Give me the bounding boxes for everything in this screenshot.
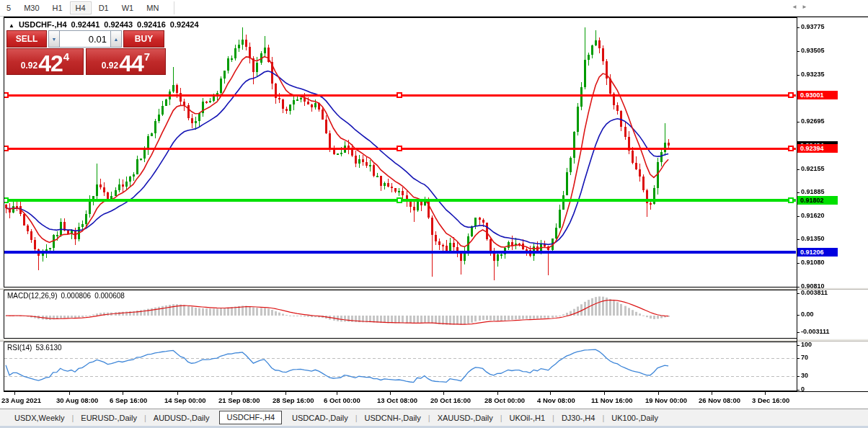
chart-tab-usdx-weekly[interactable]: USDX,Weekly xyxy=(7,411,71,425)
time-axis-label: 28 Sep 16:00 xyxy=(273,396,314,404)
price-tick-label: 0.91620 xyxy=(801,212,825,219)
macd-value-main: 0.000806 xyxy=(61,292,91,300)
time-axis-label: 6 Sep 16:00 xyxy=(110,396,147,404)
price-tick-label: 0.91080 xyxy=(801,259,825,266)
timeframe-button-d1[interactable]: D1 xyxy=(93,1,115,14)
macd-name: MACD(12,26,9) xyxy=(7,292,57,300)
ohlc-high: 0.92443 xyxy=(104,20,133,29)
time-axis-line xyxy=(4,391,868,392)
chart-tab-usdcad-daily[interactable]: USDCAD-,Daily xyxy=(285,411,355,425)
time-axis-label: 30 Aug 08:00 xyxy=(56,396,98,404)
chart-tab-xauusd-daily[interactable]: XAUUSD-,Daily xyxy=(430,411,500,425)
chart-symbol-label: USDCHF-,H4 xyxy=(19,20,67,29)
price-tick-label: 0.92425 xyxy=(801,141,825,148)
price-tick-label: 0.92695 xyxy=(801,117,825,125)
sell-price-big: 42 xyxy=(38,53,63,74)
price-tick-label: 0.92155 xyxy=(801,165,825,172)
toolbar-separator xyxy=(174,1,174,14)
buy-price-sup: 7 xyxy=(144,50,150,63)
macd-tick-label: -0.003111 xyxy=(801,328,830,335)
time-axis-label: 26 Nov 08:00 xyxy=(699,396,740,404)
chart-tab-ukoil-h1[interactable]: UKOil-,H1 xyxy=(502,411,553,425)
tab-scroll-arrows: ◄► xyxy=(792,4,812,10)
time-axis-label: 11 Nov 16:00 xyxy=(591,396,633,404)
price-tick-label: 0.92965 xyxy=(801,94,825,101)
price-tick-label: 0.93775 xyxy=(801,23,825,30)
chart-tab-audusd-daily[interactable]: AUDUSD-,Daily xyxy=(146,411,217,425)
macd-value-signal: 0.000608 xyxy=(94,292,125,300)
chart-tab-usdcnh-daily[interactable]: USDCNH-,Daily xyxy=(358,411,428,425)
hline-price-label: 0.93001 xyxy=(797,91,838,99)
time-axis-label: 21 Sep 08:00 xyxy=(218,396,260,404)
price-chart-pane: ▲USDCHF-,H40.924410.924430.924160.92424 … xyxy=(4,17,797,287)
panel-collapse-icon[interactable]: ▲ xyxy=(9,22,14,29)
rsi-tick-label: 100 xyxy=(801,341,812,348)
price-tick-label: 0.91885 xyxy=(801,188,825,195)
macd-label: MACD(12,26,9)0.0008060.000608 xyxy=(7,292,128,300)
rsi-canvas[interactable] xyxy=(4,342,796,391)
time-axis-label: 4 Nov 08:00 xyxy=(537,396,575,404)
timeframe-button-5[interactable]: 5 xyxy=(1,1,17,14)
time-axis-label: 28 Oct 00:00 xyxy=(484,396,525,404)
bid-price-label: 0.92424 xyxy=(797,141,838,150)
timeframe-toolbar: 5M30H1H4D1W1MN xyxy=(0,0,868,17)
chart-tab-usdchf-h4[interactable]: USDCHF-,H4 xyxy=(219,411,282,424)
time-tick xyxy=(285,392,286,395)
time-axis-label: 14 Sep 00:00 xyxy=(164,396,206,404)
chart-tab-bar: USDX,Weekly|EURUSD-,Daily|AUDUSD-,DailyU… xyxy=(0,409,868,426)
tab-scroll-left-icon[interactable]: ◄ xyxy=(792,4,802,10)
time-tick xyxy=(14,392,15,395)
timeframe-button-h1[interactable]: H1 xyxy=(47,1,68,14)
macd-indicator-pane: MACD(12,26,9)0.0008060.000608 xyxy=(4,290,797,339)
time-tick xyxy=(177,392,178,395)
chart-tab-eurusd-daily[interactable]: EURUSD-,Daily xyxy=(74,411,144,425)
chart-tab-uk100-daily[interactable]: UK100-,Daily xyxy=(604,411,665,425)
macd-tick-label: 0.003811 xyxy=(801,289,828,296)
hline-price-label: 0.91802 xyxy=(797,196,838,205)
time-tick xyxy=(69,392,70,395)
volume-input[interactable] xyxy=(60,30,110,48)
rsi-label: RSI(14)53.6130 xyxy=(7,344,66,352)
timeframe-button-h4[interactable]: H4 xyxy=(70,1,92,14)
buy-price-big: 44 xyxy=(119,53,143,74)
trading-platform-window: { "toolbar": {"timeframes": ["5","M30","… xyxy=(0,0,868,428)
rsi-tick-label: 70 xyxy=(801,354,808,361)
time-tick xyxy=(712,392,712,395)
sell-price-tile[interactable]: 0.92424 xyxy=(6,48,84,75)
sell-price-sup: 4 xyxy=(63,50,69,63)
time-tick xyxy=(550,392,551,395)
time-axis-label: 13 Oct 08:00 xyxy=(377,396,417,404)
ohlc-low: 0.92416 xyxy=(137,20,166,29)
timeframe-button-mn[interactable]: MN xyxy=(141,1,164,14)
time-tick xyxy=(658,392,659,395)
sell-button[interactable]: SELL xyxy=(6,30,47,48)
time-tick xyxy=(231,392,232,395)
time-axis-label: 3 Dec 16:00 xyxy=(752,396,789,404)
time-axis-label: 20 Oct 16:00 xyxy=(430,396,471,404)
buy-button[interactable]: BUY xyxy=(123,30,164,48)
time-tick xyxy=(765,392,766,395)
buy-price-tile[interactable]: 0.92447 xyxy=(86,48,166,75)
timeframe-button-m30[interactable]: M30 xyxy=(18,1,45,14)
rsi-value: 53.6130 xyxy=(35,344,61,352)
rsi-tick-label: 30 xyxy=(801,372,808,379)
time-tick xyxy=(497,392,498,395)
time-tick xyxy=(123,392,123,395)
ohlc-close: 0.92424 xyxy=(170,20,199,29)
time-tick xyxy=(604,392,605,395)
volume-increase-button[interactable]: ▲ xyxy=(110,30,122,48)
rsi-indicator-pane: RSI(14)53.6130 xyxy=(4,342,797,391)
hline-price-label: 0.92394 xyxy=(797,144,838,153)
time-axis-label: 19 Nov 00:00 xyxy=(645,396,687,404)
volume-decrease-button[interactable]: ▼ xyxy=(48,30,60,48)
time-axis[interactable]: 23 Aug 202130 Aug 08:006 Sep 16:0014 Sep… xyxy=(0,391,868,409)
tab-scroll-right-icon[interactable]: ► xyxy=(802,4,812,10)
sell-price-prefix: 0.92 xyxy=(21,61,37,71)
price-tick-label: 0.93235 xyxy=(801,71,825,78)
chart-tab-dj30-h4[interactable]: DJ30-,H4 xyxy=(554,411,602,425)
time-tick xyxy=(337,392,337,395)
ohlc-open: 0.92441 xyxy=(71,20,100,29)
time-axis-label: 6 Oct 00:00 xyxy=(324,396,360,404)
timeframe-button-w1[interactable]: W1 xyxy=(116,1,140,14)
price-tick-label: 0.93505 xyxy=(801,47,825,54)
